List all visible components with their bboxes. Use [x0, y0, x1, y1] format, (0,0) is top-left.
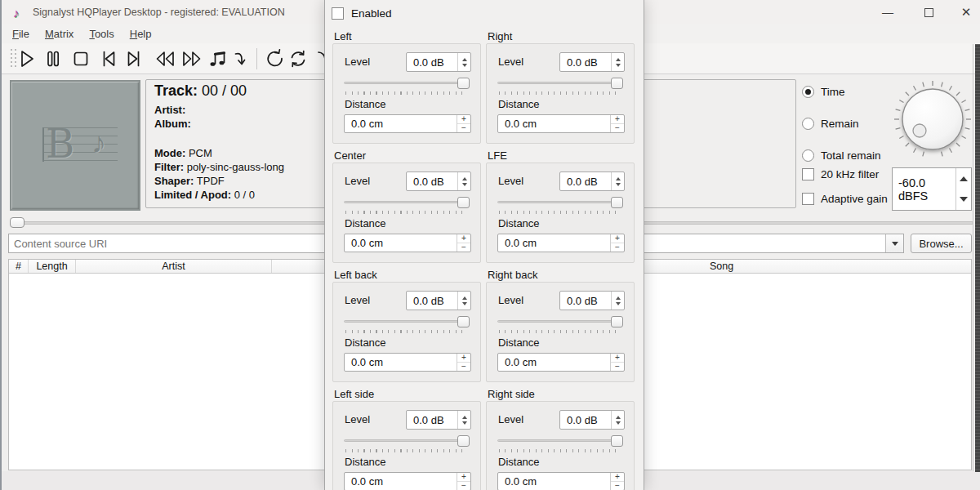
distance-spinbox[interactable]: 0.0 cm + − — [344, 114, 471, 133]
distance-value[interactable]: 0.0 cm — [345, 473, 457, 490]
column-length[interactable]: Length — [29, 260, 76, 273]
distance-spin-buttons[interactable]: + − — [457, 234, 470, 252]
distance-value[interactable]: 0.0 cm — [345, 354, 457, 371]
level-slider[interactable] — [344, 434, 470, 452]
level-spinbox[interactable]: 0.0 dB — [406, 410, 471, 430]
distance-value[interactable]: 0.0 cm — [498, 354, 610, 371]
level-spinbox[interactable]: 0.0 dB — [559, 410, 625, 430]
distance-spinbox[interactable]: 0.0 cm + − — [344, 472, 471, 490]
level-spin-arrows[interactable] — [457, 292, 470, 310]
radio-remain[interactable]: Remain — [802, 118, 859, 130]
volume-knob[interactable] — [892, 79, 973, 161]
minimize-arrow-icon[interactable] — [229, 47, 252, 70]
checkbox-20khz-filter[interactable]: 20 kHz filter — [802, 168, 879, 180]
radio-remain-circle[interactable] — [802, 118, 814, 130]
play-icon[interactable] — [15, 47, 38, 70]
level-value[interactable]: 0.0 dB — [407, 411, 457, 429]
distance-spin-buttons[interactable]: + − — [610, 234, 624, 252]
minus-icon[interactable]: − — [457, 124, 470, 132]
distance-spinbox[interactable]: 0.0 cm + − — [497, 234, 625, 252]
distance-spinbox[interactable]: 0.0 cm + − — [497, 353, 625, 372]
playlist-note-icon[interactable] — [205, 47, 228, 70]
distance-spin-buttons[interactable]: + − — [610, 473, 624, 490]
volume-dbfs-value[interactable]: -60.0 dBFS — [893, 168, 956, 210]
column-number[interactable]: # — [9, 260, 29, 273]
level-spin-arrows[interactable] — [611, 292, 624, 310]
radio-total-remain-circle[interactable] — [802, 149, 814, 162]
level-slider-handle[interactable] — [611, 435, 623, 447]
distance-spinbox[interactable]: 0.0 cm + − — [497, 114, 625, 133]
radio-time-circle[interactable] — [802, 86, 814, 98]
checkbox-adaptive-gain[interactable]: Adaptive gain — [802, 193, 888, 205]
minus-icon[interactable]: − — [611, 124, 624, 132]
enabled-checkbox-row[interactable]: Enabled — [332, 7, 392, 20]
distance-value[interactable]: 0.0 cm — [498, 115, 610, 132]
enabled-checkbox[interactable] — [332, 7, 344, 20]
pause-icon[interactable] — [42, 47, 65, 70]
minus-icon[interactable]: − — [611, 243, 624, 252]
distance-spin-buttons[interactable]: + − — [610, 115, 624, 132]
maximize-button[interactable] — [910, 0, 947, 24]
level-spin-arrows[interactable] — [457, 172, 470, 190]
distance-spin-buttons[interactable]: + − — [610, 354, 624, 371]
volume-dbfs-spinbox[interactable]: -60.0 dBFS — [892, 167, 972, 211]
level-slider[interactable] — [344, 77, 470, 94]
radio-time[interactable]: Time — [802, 86, 845, 98]
level-value[interactable]: 0.0 dB — [560, 411, 611, 429]
distance-spin-buttons[interactable]: + − — [457, 354, 470, 371]
volume-down-button[interactable] — [956, 189, 971, 211]
minimize-button[interactable]: — — [869, 0, 906, 24]
level-slider-handle[interactable] — [457, 197, 470, 208]
level-spin-arrows[interactable] — [611, 172, 624, 190]
level-value[interactable]: 0.0 dB — [407, 172, 457, 190]
fast-forward-icon[interactable] — [180, 47, 203, 70]
close-button[interactable]: ✕ — [947, 0, 980, 24]
browse-button[interactable]: Browse... — [911, 234, 972, 253]
level-spinbox[interactable]: 0.0 dB — [406, 172, 471, 191]
distance-spinbox[interactable]: 0.0 cm + − — [344, 234, 471, 252]
minus-icon[interactable]: − — [457, 243, 470, 252]
level-spin-arrows[interactable] — [611, 411, 624, 429]
checkbox-20khz-box[interactable] — [802, 168, 814, 180]
level-value[interactable]: 0.0 dB — [407, 292, 457, 310]
checkbox-adaptive-gain-box[interactable] — [802, 193, 814, 205]
level-spinbox[interactable]: 0.0 dB — [559, 291, 625, 310]
level-spin-arrows[interactable] — [457, 53, 470, 71]
minus-icon[interactable]: − — [457, 363, 470, 371]
rewind-icon[interactable] — [154, 47, 176, 70]
menu-matrix[interactable]: Matrix — [42, 26, 76, 42]
previous-track-icon[interactable] — [96, 47, 119, 70]
level-slider[interactable] — [497, 196, 623, 213]
minus-icon[interactable]: − — [611, 363, 624, 371]
content-source-dropdown-button[interactable] — [885, 234, 903, 252]
level-value[interactable]: 0.0 dB — [560, 292, 611, 310]
minus-icon[interactable]: − — [457, 482, 470, 490]
level-spinbox[interactable]: 0.0 dB — [406, 52, 471, 72]
minus-icon[interactable]: − — [611, 482, 624, 490]
level-spinbox[interactable]: 0.0 dB — [559, 52, 625, 72]
stop-icon[interactable] — [69, 47, 92, 70]
level-spinbox[interactable]: 0.0 dB — [406, 291, 471, 310]
repeat-icon[interactable] — [287, 47, 310, 70]
level-slider[interactable] — [497, 434, 623, 452]
level-spinbox[interactable]: 0.0 dB — [559, 172, 625, 191]
distance-spinbox[interactable]: 0.0 cm + − — [497, 472, 625, 490]
level-slider-handle[interactable] — [457, 316, 470, 327]
level-slider-handle[interactable] — [611, 197, 623, 208]
distance-spin-buttons[interactable]: + − — [457, 115, 470, 132]
level-slider-handle[interactable] — [457, 78, 470, 89]
level-slider[interactable] — [497, 315, 623, 332]
level-spin-arrows[interactable] — [457, 411, 470, 429]
level-spin-arrows[interactable] — [611, 53, 624, 71]
level-slider[interactable] — [344, 315, 470, 332]
level-value[interactable]: 0.0 dB — [407, 53, 457, 71]
level-value[interactable]: 0.0 dB — [560, 172, 611, 190]
restart-icon[interactable] — [262, 47, 285, 70]
level-slider[interactable] — [497, 77, 623, 94]
distance-value[interactable]: 0.0 cm — [345, 234, 457, 252]
menu-file[interactable]: File — [10, 26, 32, 42]
column-artist[interactable]: Artist — [76, 260, 272, 273]
menu-help[interactable]: Help — [127, 26, 154, 42]
level-slider-handle[interactable] — [457, 435, 470, 447]
next-track-icon[interactable] — [123, 47, 146, 70]
